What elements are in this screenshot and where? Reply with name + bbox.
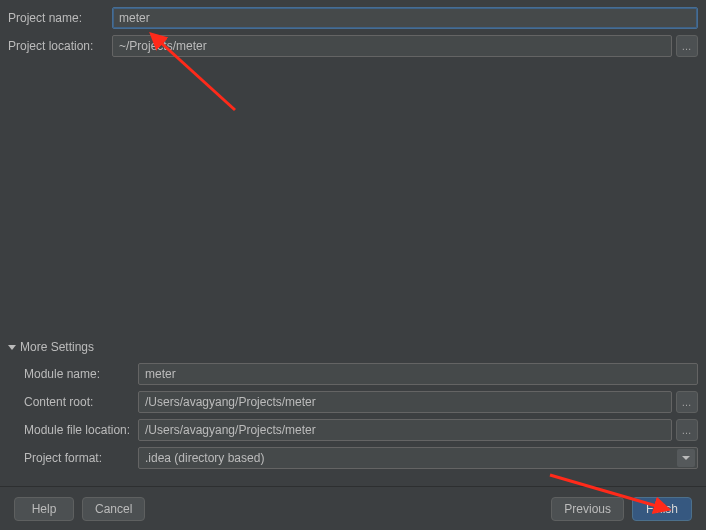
module-name-input[interactable] (138, 363, 698, 385)
project-location-browse-button[interactable]: … (676, 35, 698, 57)
content-root-label: Content root: (24, 395, 138, 409)
module-name-label: Module name: (24, 367, 138, 381)
chevron-down-icon (677, 449, 695, 467)
module-file-location-label: Module file location: (24, 423, 138, 437)
finish-button[interactable]: Finish (632, 497, 692, 521)
project-name-input[interactable] (112, 7, 698, 29)
ellipsis-icon: … (682, 425, 693, 436)
more-settings-label: More Settings (20, 340, 94, 354)
project-location-label: Project location: (8, 39, 112, 53)
ellipsis-icon: … (682, 397, 693, 408)
more-settings-toggle[interactable]: More Settings (8, 336, 698, 360)
project-format-select[interactable]: .idea (directory based) (138, 447, 698, 469)
content-root-browse-button[interactable]: … (676, 391, 698, 413)
previous-button[interactable]: Previous (551, 497, 624, 521)
project-name-label: Project name: (8, 11, 112, 25)
ellipsis-icon: … (682, 41, 693, 52)
module-file-location-input[interactable] (138, 419, 672, 441)
help-button[interactable]: Help (14, 497, 74, 521)
project-format-value: .idea (directory based) (145, 451, 264, 465)
project-location-input[interactable] (112, 35, 672, 57)
chevron-down-icon (8, 345, 16, 350)
content-root-input[interactable] (138, 391, 672, 413)
cancel-button[interactable]: Cancel (82, 497, 145, 521)
module-file-location-browse-button[interactable]: … (676, 419, 698, 441)
project-format-label: Project format: (24, 451, 138, 465)
